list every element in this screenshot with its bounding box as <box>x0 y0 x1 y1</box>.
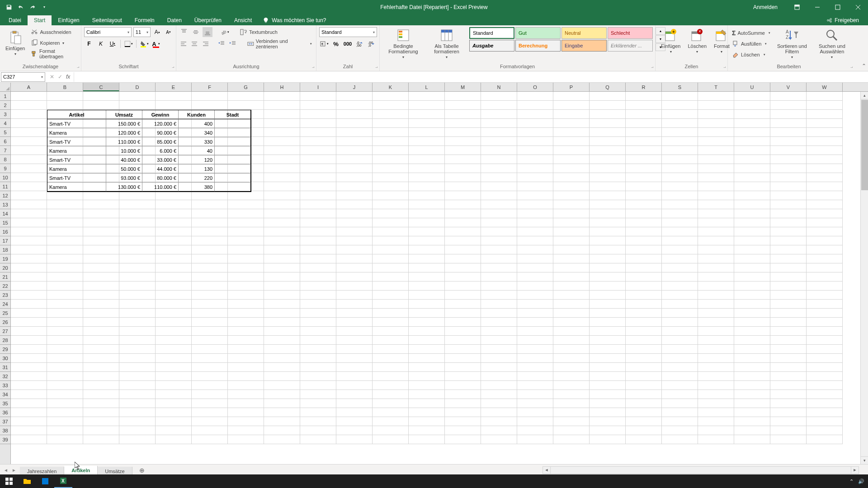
cell-style-eingabe[interactable]: Eingabe <box>561 40 607 52</box>
decrease-indent-icon[interactable] <box>217 39 226 49</box>
align-center-icon[interactable] <box>190 39 199 49</box>
table-cell[interactable]: 400 <box>179 119 215 128</box>
table-cell[interactable] <box>215 174 251 183</box>
table-header[interactable]: Umsatz <box>106 110 142 119</box>
tab-data[interactable]: Daten <box>161 15 188 25</box>
row-header[interactable]: 3 <box>0 110 10 119</box>
row-header[interactable]: 16 <box>0 227 10 236</box>
table-cell[interactable]: 130 <box>179 164 215 174</box>
cell-style-schlecht[interactable]: Schlecht <box>608 27 653 39</box>
excel-taskbar-icon[interactable]: X <box>54 474 72 488</box>
row-header[interactable]: 15 <box>0 218 10 227</box>
tell-me-search[interactable]: Was möchten Sie tun? <box>258 15 330 25</box>
start-button[interactable] <box>0 474 18 488</box>
column-header-V[interactable]: V <box>770 83 807 91</box>
column-header-E[interactable]: E <box>156 83 192 91</box>
row-header[interactable]: 10 <box>0 173 10 182</box>
insert-cells-button[interactable]: +Einfügen▾ <box>658 27 683 55</box>
share-button[interactable]: Freigeben <box>822 15 863 25</box>
copy-button[interactable]: Kopieren▾ <box>29 38 78 48</box>
row-header[interactable]: 39 <box>0 435 10 444</box>
minimize-button[interactable] <box>807 0 827 14</box>
cell-style-erklaerender[interactable]: Erklärender ... <box>608 40 653 52</box>
tab-insert[interactable]: Einfügen <box>52 15 85 25</box>
underline-icon[interactable]: U▾ <box>108 39 118 49</box>
column-header-I[interactable]: I <box>300 83 336 91</box>
sort-filter-button[interactable]: AZSortieren und Filtern▾ <box>774 27 811 60</box>
table-cell[interactable]: 10.000 € <box>106 146 142 155</box>
border-icon[interactable]: ▾ <box>123 39 133 49</box>
row-header[interactable]: 23 <box>0 291 10 300</box>
find-select-button[interactable]: Suchen und Auswählen▾ <box>812 27 852 60</box>
column-header-U[interactable]: U <box>734 83 770 91</box>
column-header-L[interactable]: L <box>409 83 445 91</box>
table-cell[interactable]: 6.000 € <box>142 146 179 155</box>
table-cell[interactable] <box>215 183 251 192</box>
row-header[interactable]: 27 <box>0 327 10 336</box>
table-cell[interactable]: 93.000 € <box>106 174 142 183</box>
format-as-table-button[interactable]: Als Tabelle formatieren▾ <box>426 27 467 60</box>
table-cell[interactable]: Smart-TV <box>47 155 106 164</box>
row-header[interactable]: 33 <box>0 381 10 390</box>
cell-style-ausgabe[interactable]: Ausgabe <box>469 40 514 52</box>
column-header-F[interactable]: F <box>192 83 228 91</box>
table-cell[interactable] <box>215 155 251 164</box>
table-cell[interactable]: 40.000 € <box>106 155 142 164</box>
column-header-G[interactable]: G <box>228 83 264 91</box>
table-cell[interactable]: 33.000 € <box>142 155 179 164</box>
table-header[interactable]: Kunden <box>179 110 215 119</box>
hscroll-left-icon[interactable]: ◄ <box>543 467 551 474</box>
column-header-A[interactable]: A <box>11 83 47 91</box>
table-cell[interactable] <box>215 137 251 146</box>
save-icon[interactable] <box>4 2 14 13</box>
column-header-J[interactable]: J <box>336 83 373 91</box>
row-header[interactable]: 13 <box>0 200 10 209</box>
column-header-K[interactable]: K <box>373 83 409 91</box>
column-header-N[interactable]: N <box>481 83 517 91</box>
row-header[interactable]: 21 <box>0 272 10 282</box>
enter-formula-icon[interactable]: ✓ <box>58 74 62 80</box>
table-cell[interactable]: 110.000 € <box>106 137 142 146</box>
delete-cells-button[interactable]: ×Löschen▾ <box>685 27 709 55</box>
table-cell[interactable]: 380 <box>179 183 215 192</box>
row-header[interactable]: 7 <box>0 146 10 155</box>
fx-icon[interactable]: fx <box>66 74 70 80</box>
table-cell[interactable] <box>215 128 251 137</box>
file-explorer-icon[interactable] <box>18 474 36 488</box>
clear-button[interactable]: Löschen▾ <box>731 50 772 60</box>
fill-button[interactable]: Ausfüllen▾ <box>731 39 772 49</box>
conditional-formatting-button[interactable]: Bedingte Formatierung▾ <box>382 27 424 60</box>
collapse-ribbon-icon[interactable]: ⌃ <box>862 63 866 69</box>
column-header-S[interactable]: S <box>662 83 698 91</box>
table-cell[interactable]: 220 <box>179 174 215 183</box>
accounting-format-icon[interactable]: €▾ <box>319 39 329 49</box>
align-top-icon[interactable] <box>179 27 189 37</box>
tab-view[interactable]: Ansicht <box>228 15 258 25</box>
increase-decimal-icon[interactable]: ,0,00 <box>354 39 364 49</box>
row-header[interactable]: 4 <box>0 119 10 128</box>
table-cell[interactable]: 85.000 € <box>142 137 179 146</box>
column-header-B[interactable]: B <box>47 83 83 91</box>
cut-button[interactable]: Ausschneiden <box>29 27 78 37</box>
column-header-R[interactable]: R <box>626 83 662 91</box>
table-cell[interactable]: 44.000 € <box>142 164 179 174</box>
table-cell[interactable]: Smart-TV <box>47 119 106 128</box>
table-cell[interactable]: 150.000 € <box>106 119 142 128</box>
vertical-scroll-thumb[interactable] <box>861 100 868 190</box>
redo-icon[interactable] <box>27 2 38 13</box>
row-header[interactable]: 9 <box>0 164 10 173</box>
tray-volume-icon[interactable]: 🔊 <box>858 479 864 484</box>
font-name-combo[interactable]: Calibri▾ <box>84 27 132 37</box>
column-header-D[interactable]: D <box>119 83 156 91</box>
row-header[interactable]: 2 <box>0 101 10 110</box>
tab-review[interactable]: Überprüfen <box>188 15 228 25</box>
row-header[interactable]: 20 <box>0 263 10 272</box>
tab-formulas[interactable]: Formeln <box>128 15 161 25</box>
table-cell[interactable]: 50.000 € <box>106 164 142 174</box>
decrease-decimal-icon[interactable]: ,00,0 <box>366 39 376 49</box>
cancel-formula-icon[interactable]: ✕ <box>50 74 54 80</box>
align-left-icon[interactable] <box>179 39 188 49</box>
table-header[interactable]: Stadt <box>215 110 251 119</box>
font-color-icon[interactable]: A▾ <box>151 39 161 49</box>
table-cell[interactable]: 120 <box>179 155 215 164</box>
